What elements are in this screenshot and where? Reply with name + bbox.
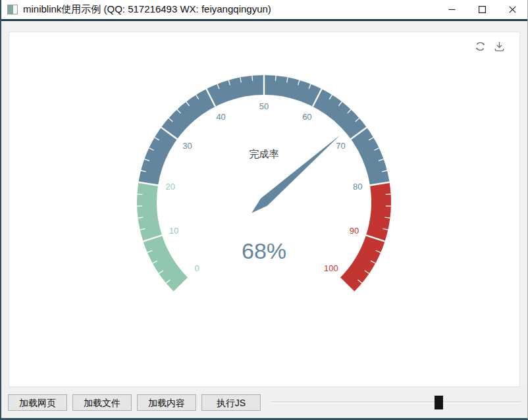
svg-text:68%: 68% bbox=[242, 238, 286, 263]
window-title: miniblink使用示例 (QQ: 517216493 WX: feiyang… bbox=[23, 3, 436, 16]
svg-text:20: 20 bbox=[166, 182, 175, 192]
download-icon bbox=[493, 40, 506, 53]
svg-text:30: 30 bbox=[182, 141, 192, 151]
app-window: miniblink使用示例 (QQ: 517216493 WX: feiyang… bbox=[0, 0, 528, 420]
svg-text:90: 90 bbox=[350, 226, 359, 236]
svg-text:完成率: 完成率 bbox=[250, 148, 279, 159]
close-icon bbox=[509, 6, 516, 13]
title-bar[interactable]: miniblink使用示例 (QQ: 517216493 WX: feiyang… bbox=[1, 0, 527, 21]
refresh-icon bbox=[474, 40, 487, 53]
close-button[interactable] bbox=[497, 0, 527, 19]
svg-text:50: 50 bbox=[259, 101, 269, 111]
svg-text:40: 40 bbox=[216, 112, 225, 122]
minimize-icon bbox=[448, 6, 456, 13]
save-image-button[interactable] bbox=[492, 39, 506, 53]
minimize-button[interactable] bbox=[436, 0, 467, 19]
svg-text:60: 60 bbox=[302, 112, 311, 122]
slider-groove[interactable] bbox=[271, 402, 521, 404]
svg-text:0: 0 bbox=[195, 263, 199, 273]
gauge-chart-area: 0102030405060708090100完成率68% bbox=[9, 32, 519, 386]
command-buttons: 加载网页加载文件加载内容执行JS bbox=[8, 394, 266, 411]
content-area: 0102030405060708090100完成率68% bbox=[1, 23, 527, 387]
load-webpage-button[interactable]: 加载网页 bbox=[8, 394, 67, 411]
window-controls bbox=[436, 0, 527, 19]
maximize-button[interactable] bbox=[467, 0, 497, 19]
execute-js-button[interactable]: 执行JS bbox=[201, 394, 261, 411]
chart-panel: 0102030405060708090100完成率68% bbox=[9, 32, 520, 387]
restore-button[interactable] bbox=[473, 39, 487, 53]
app-icon bbox=[7, 5, 18, 14]
svg-text:70: 70 bbox=[336, 141, 345, 151]
svg-text:10: 10 bbox=[169, 226, 178, 236]
zoom-slider[interactable] bbox=[271, 392, 521, 413]
load-file-button[interactable]: 加载文件 bbox=[72, 394, 132, 411]
maximize-icon bbox=[479, 6, 486, 13]
load-content-button[interactable]: 加载内容 bbox=[137, 394, 196, 411]
svg-text:100: 100 bbox=[324, 263, 338, 273]
bottom-toolbar: 加载网页加载文件加载内容执行JS bbox=[1, 387, 527, 418]
chart-toolbox bbox=[473, 39, 506, 53]
svg-text:80: 80 bbox=[353, 182, 362, 192]
gauge-chart: 0102030405060708090100完成率68% bbox=[9, 32, 520, 388]
slider-handle[interactable] bbox=[435, 396, 443, 409]
